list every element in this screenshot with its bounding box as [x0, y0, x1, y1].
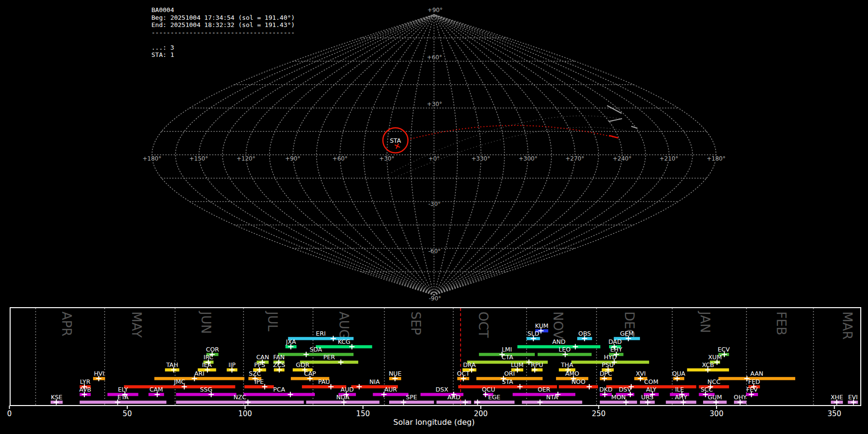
shower-bar-SSG — [176, 393, 236, 396]
meteor-streak — [607, 106, 622, 113]
shower-label-RPU: RPU — [531, 361, 543, 368]
shower-bar-MON — [600, 401, 637, 404]
shower-label-ETA: ETA — [118, 393, 129, 401]
meteor-streak — [609, 119, 622, 122]
longitude-label: +180° — [143, 155, 162, 162]
axis-tick-label: 0 — [7, 409, 12, 418]
shower-label-AUR: AUR — [384, 386, 397, 393]
shower-bar-PAU — [302, 385, 346, 389]
longitude-label: +150° — [190, 155, 208, 162]
shower-label-JMC: JMC — [174, 378, 185, 385]
shower-label-NCC: NCC — [707, 378, 720, 385]
shower-bar-NOO — [559, 385, 598, 389]
shower-label-CAM: CAM — [149, 386, 163, 393]
meteor-radiant-screen: +90°+60°+30°-30°-60°-90°+180°+150°+120°+… — [0, 0, 868, 434]
month-label: JUL — [265, 311, 280, 332]
shower-label-XUM: XUM — [708, 353, 722, 361]
shower-label-OER: OER — [538, 386, 551, 393]
shower-label-GDR: GDR — [296, 361, 310, 368]
shower-label-OCU: OCU — [482, 386, 495, 393]
longitude-label: +30° — [379, 155, 394, 162]
sky-map-and-timeline-canvas: +90°+60°+30°-30°-60°-90°+180°+150°+120°+… — [0, 0, 868, 434]
meridian-line — [434, 14, 692, 295]
shower-label-DPC: DPC — [599, 370, 612, 377]
row-red: LYRJMCIPEPAUNIASTANOOCOMNCCFED — [80, 378, 760, 390]
meridian-line — [434, 14, 598, 295]
shower-label-AUD: AUD — [340, 386, 353, 393]
shower-bar-SPE — [389, 401, 434, 404]
shower-label-NDA: NDA — [336, 393, 350, 401]
axis-tick-label: 250 — [592, 409, 606, 418]
shower-label-MON: MON — [611, 393, 626, 401]
shower-label-GUM: GUM — [708, 393, 722, 401]
shower-label-PAU: PAU — [318, 378, 330, 385]
shower-label-ARD: ARD — [448, 393, 461, 401]
shower-label-SDA: SDA — [310, 346, 322, 353]
radiant-trail-tip — [609, 136, 618, 138]
shower-label-SCC: SCC — [701, 386, 713, 393]
shower-label-DSV: DSV — [619, 386, 632, 393]
observation-header: BA0004 Beg: 20251004 17:34:54 (sol = 191… — [151, 6, 295, 59]
shower-label-THA: THA — [560, 361, 573, 368]
radiant-label: STA — [390, 137, 401, 144]
shower-bar-ETA — [80, 401, 166, 404]
latitude-label: -30° — [428, 201, 441, 207]
shower-bar-JMC — [124, 385, 235, 389]
shower-label-AHY: AHY — [675, 393, 688, 401]
month-label: APR — [59, 312, 74, 337]
x-axis-title: Solar longitude (deg) — [0, 418, 868, 427]
shower-label-AAN: AAN — [750, 370, 763, 377]
shower-bar-IPE — [244, 385, 274, 389]
latitude-label: +30° — [427, 101, 442, 108]
shower-bar-SDA — [278, 353, 353, 356]
shower-label-ELY: ELY — [118, 386, 128, 393]
row-violet: KSEETANZCNDASPEARDEGENTAMONURSAHYGUMOHYX… — [51, 393, 858, 405]
shower-label-AMO: AMO — [565, 370, 579, 377]
longitude-label: +0° — [428, 155, 440, 162]
shower-label-AVB: AVB — [79, 386, 91, 393]
axis-tick-label: 100 — [238, 409, 252, 418]
shower-label-DKD: DKD — [599, 386, 612, 393]
shower-bar-NTA — [522, 401, 582, 404]
month-label: FEB — [774, 312, 788, 335]
shower-label-QUA: QUA — [672, 370, 686, 377]
row-orange: HVIARISZCCAPNUEOCTORIAMODPCXVIQUAAAN — [93, 370, 795, 381]
shower-bar-AUR — [373, 393, 408, 396]
month-label: MAR — [840, 312, 854, 339]
longitude-label: +210° — [660, 155, 678, 162]
shower-label-DSX: DSX — [435, 386, 448, 393]
axis-tick-label: 150 — [356, 409, 370, 418]
longitude-label: +120° — [237, 155, 256, 162]
axis-tick-label: 50 — [122, 409, 132, 418]
shower-label-NOO: NOO — [571, 378, 585, 385]
latitude-label: +90° — [427, 7, 442, 14]
shower-label-DAD: DAD — [609, 338, 622, 345]
shower-label-PCA: PCA — [273, 386, 285, 393]
shower-label-DRA: DRA — [463, 361, 476, 368]
latitude-label: +60° — [427, 54, 442, 61]
shower-bar-ARI — [154, 377, 244, 380]
shower-label-GEM: GEM — [620, 330, 634, 337]
shower-label-LEO: LEO — [559, 346, 571, 353]
axis-tick-label: 200 — [474, 409, 488, 418]
shower-bar-PCA — [244, 393, 315, 396]
month-label: MAY — [129, 312, 144, 338]
longitude-label: +240° — [613, 155, 632, 162]
activity-timeline: APRMAYJUNJULAUGSEPOCTNOVDECJANFEBMARKUME… — [7, 308, 861, 418]
shower-label-ARI: ARI — [194, 370, 204, 377]
meteor-streak — [631, 126, 637, 128]
shower-label-COM: COM — [644, 378, 658, 385]
shower-label-ILE: ILE — [675, 386, 684, 393]
longitude-label: +90° — [285, 155, 300, 162]
month-label: JAN — [698, 311, 712, 333]
longitude-label: +180° — [707, 155, 726, 162]
shower-label-LMI: LMI — [502, 346, 512, 353]
shower-label-SSG: SSG — [200, 386, 213, 393]
meridian-line — [434, 14, 528, 295]
shower-label-IPE: IPE — [255, 378, 264, 385]
shower-label-STA: STA — [502, 378, 514, 385]
shower-label-HYD: HYD — [604, 353, 617, 361]
shower-bar-KCG — [316, 345, 372, 349]
month-label: AUG — [337, 312, 351, 339]
shower-label-KCG: KCG — [338, 338, 350, 345]
